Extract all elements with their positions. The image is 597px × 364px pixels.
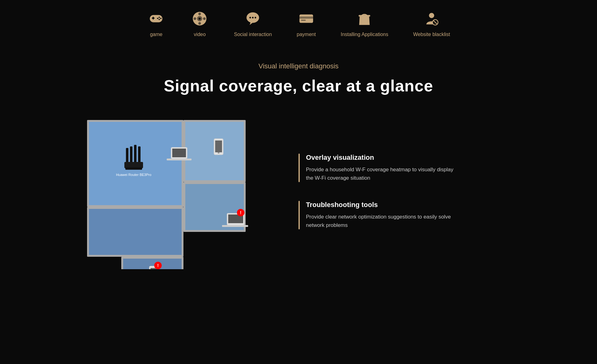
svg-point-4: [159, 17, 160, 18]
nav-item-video[interactable]: video: [190, 9, 209, 37]
svg-rect-43: [125, 167, 142, 170]
svg-rect-23: [359, 15, 370, 16]
installing-icon: [355, 9, 374, 28]
nav-label-social: Social interaction: [234, 32, 272, 37]
info-text-overlay: Overlay visualization Provide a househol…: [306, 154, 461, 182]
svg-text:Huawei Router BE3Pro: Huawei Router BE3Pro: [116, 173, 151, 177]
nav-label-blacklist: Website blacklist: [413, 32, 450, 37]
svg-rect-3: [153, 17, 154, 19]
nav-item-payment[interactable]: payment: [297, 9, 316, 37]
nav-label-installing: Installing Applications: [341, 32, 388, 37]
game-icon: [147, 9, 165, 28]
svg-point-11: [198, 22, 201, 25]
svg-point-12: [194, 17, 196, 20]
svg-rect-50: [218, 152, 220, 154]
info-bar-2: [298, 201, 300, 229]
nav-label-payment: payment: [297, 32, 316, 37]
svg-rect-35: [89, 209, 182, 255]
svg-rect-40: [134, 145, 137, 164]
main-section: Visual intelligent diagnosis Signal cove…: [0, 44, 597, 269]
nav-item-blacklist[interactable]: Website blacklist: [413, 9, 450, 37]
svg-point-13: [203, 17, 206, 20]
svg-rect-49: [215, 141, 222, 152]
overlay-heading: Overlay visualization: [306, 154, 461, 162]
nav-item-game[interactable]: game: [147, 9, 165, 37]
svg-point-19: [255, 17, 256, 18]
blacklist-icon: [422, 9, 441, 28]
info-block-troubleshoot: Troubleshooting tools Provide clear netw…: [298, 201, 461, 229]
svg-rect-63: [222, 225, 248, 227]
svg-rect-47: [167, 159, 192, 160]
svg-rect-38: [126, 148, 128, 164]
nav-item-installing[interactable]: Installing Applications: [341, 9, 388, 37]
svg-point-6: [159, 19, 160, 20]
svg-point-18: [252, 17, 254, 18]
payment-icon: [297, 9, 316, 28]
nav-label-video: video: [194, 32, 206, 37]
top-navigation: game video: [0, 0, 597, 44]
svg-point-17: [249, 17, 251, 18]
svg-point-10: [198, 13, 201, 15]
main-title: Signal coverage, clear at a glance: [164, 76, 433, 95]
overlay-body: Provide a household W-F coverage heatmap…: [306, 165, 461, 182]
social-icon: [243, 9, 262, 28]
svg-point-14: [199, 18, 201, 20]
nav-label-game: game: [150, 32, 162, 37]
info-panel: Overlay visualization Provide a househol…: [298, 154, 461, 230]
svg-rect-21: [299, 16, 313, 19]
svg-text:!: !: [240, 210, 242, 215]
floor-plan: Huawei Router BE3Pro: [81, 114, 274, 269]
info-block-overlay: Overlay visualization Provide a househol…: [298, 154, 461, 182]
svg-rect-39: [130, 146, 132, 164]
svg-rect-41: [138, 146, 141, 164]
nav-item-social[interactable]: Social interaction: [234, 9, 272, 37]
subtitle: Visual intelligent diagnosis: [258, 62, 339, 70]
info-bar-1: [298, 154, 300, 182]
svg-rect-22: [301, 20, 306, 21]
content-row: Huawei Router BE3Pro: [81, 114, 516, 269]
troubleshoot-heading: Troubleshooting tools: [306, 201, 461, 209]
troubleshoot-body: Provide clear network optimization sugge…: [306, 213, 461, 229]
svg-point-24: [429, 13, 434, 18]
svg-point-5: [160, 18, 162, 19]
svg-text:!: !: [157, 263, 159, 268]
video-icon: [190, 9, 209, 28]
svg-point-7: [157, 18, 158, 19]
svg-rect-46: [172, 149, 186, 157]
info-text-troubleshoot: Troubleshooting tools Provide clear netw…: [306, 201, 461, 229]
